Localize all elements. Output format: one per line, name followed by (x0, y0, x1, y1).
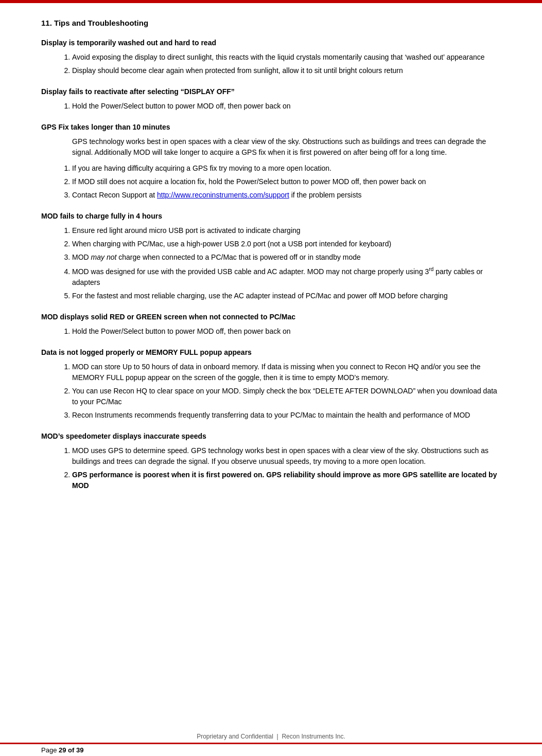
footer: Proprietary and Confidential | Recon Ins… (0, 728, 542, 756)
subsection-red-green: MOD displays solid RED or GREEN screen w… (41, 313, 501, 337)
list-display-off: Hold the Power/Select button to power MO… (72, 101, 501, 112)
subsection-charge: MOD fails to charge fully in 4 hours Ens… (41, 212, 501, 301)
list-item: If MOD still does not acquire a location… (72, 176, 501, 187)
subsection-display-off: Display fails to reactivate after select… (41, 87, 501, 112)
list-item: When charging with PC/Mac, use a high-po… (72, 239, 501, 249)
subsection-heading-1: Display is temporarily washed out and ha… (41, 39, 501, 47)
page-current: 29 (59, 746, 66, 754)
list-item: Hold the Power/Select button to power MO… (72, 101, 501, 112)
list-charge: Ensure red light around micro USB port i… (72, 225, 501, 301)
subsection-gps-fix: GPS Fix takes longer than 10 minutes GPS… (41, 123, 501, 201)
subsection-display-washed: Display is temporarily washed out and ha… (41, 39, 501, 76)
list-display-washed: Avoid exposing the display to direct sun… (72, 52, 501, 76)
subsection-speedometer: MOD’s speedometer displays inaccurate sp… (41, 432, 501, 491)
list-red-green: Hold the Power/Select button to power MO… (72, 326, 501, 337)
section-title: 11. Tips and Troubleshooting (41, 19, 501, 27)
recon-support-link[interactable]: http://www.reconinstruments.com/support (157, 191, 289, 199)
list-item: Avoid exposing the display to direct sun… (72, 52, 501, 63)
list-data-logged: MOD can store Up to 50 hours of data in … (72, 362, 501, 421)
list-item: MOD can store Up to 50 hours of data in … (72, 362, 501, 383)
company-text: Recon Instruments Inc. (282, 733, 345, 740)
page-total: 39 (76, 746, 83, 754)
subsection-heading-6: Data is not logged properly or MEMORY FU… (41, 348, 501, 356)
list-item: GPS performance is poorest when it is fi… (72, 470, 501, 491)
list-item: You can use Recon HQ to clear space on y… (72, 386, 501, 407)
footer-text: Proprietary and Confidential | Recon Ins… (0, 728, 542, 743)
list-item: Contact Recon Support at http://www.reco… (72, 190, 501, 201)
list-gps: If you are having difficulty acquiring a… (72, 163, 501, 201)
subsection-heading-7: MOD’s speedometer displays inaccurate sp… (41, 432, 501, 440)
page-number: Page 29 of 39 (0, 744, 542, 756)
list-item: Display should become clear again when p… (72, 65, 501, 76)
subsection-heading-2: Display fails to reactivate after select… (41, 87, 501, 96)
subsection-heading-5: MOD displays solid RED or GREEN screen w… (41, 313, 501, 321)
list-item: Ensure red light around micro USB port i… (72, 225, 501, 236)
list-item: Recon Instruments recommends frequently … (72, 410, 501, 421)
list-item: MOD uses GPS to determine speed. GPS tec… (72, 445, 501, 467)
list-item: For the fastest and most reliable chargi… (72, 291, 501, 301)
top-bar (0, 0, 542, 3)
list-item: MOD may not charge when connected to a P… (72, 252, 501, 263)
list-item: MOD was designed for use with the provid… (72, 265, 501, 288)
page-container: 11. Tips and Troubleshooting Display is … (0, 0, 542, 756)
list-item: Hold the Power/Select button to power MO… (72, 326, 501, 337)
list-speedometer: MOD uses GPS to determine speed. GPS tec… (72, 445, 501, 491)
subsection-heading-4: MOD fails to charge fully in 4 hours (41, 212, 501, 220)
content-area: 11. Tips and Troubleshooting Display is … (0, 19, 542, 491)
list-item: If you are having difficulty acquiring a… (72, 163, 501, 174)
confidential-text: Proprietary and Confidential (197, 733, 273, 740)
subsection-heading-3: GPS Fix takes longer than 10 minutes (41, 123, 501, 131)
subsection-data-logged: Data is not logged properly or MEMORY FU… (41, 348, 501, 421)
gps-intro: GPS technology works best in open spaces… (72, 136, 501, 158)
